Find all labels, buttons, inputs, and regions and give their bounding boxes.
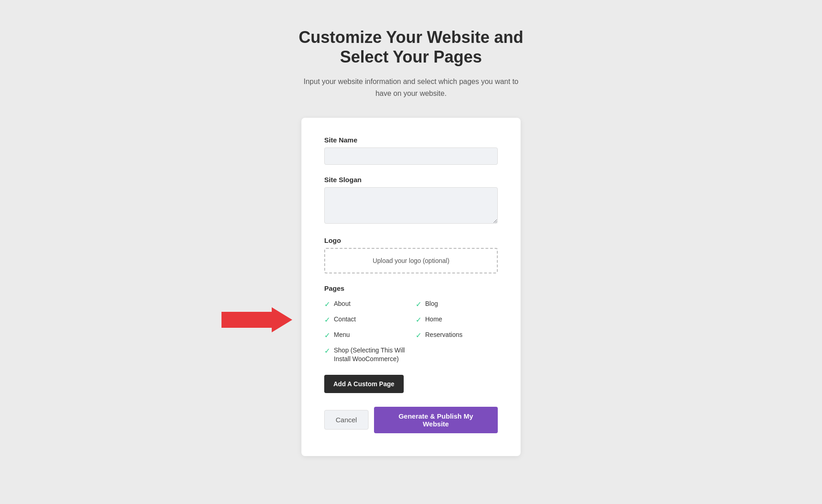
page-item-home[interactable]: ✓ Home: [416, 315, 498, 324]
site-name-label: Site Name: [324, 136, 498, 144]
pages-grid: ✓ About ✓ Contact ✓ Menu ✓ Shop (Selecti…: [324, 299, 498, 364]
page-label-reservations: Reservations: [425, 331, 463, 340]
check-icon-blog: ✓: [416, 300, 422, 309]
form-footer: Cancel Generate & Publish My Website: [324, 407, 498, 433]
page-item-menu[interactable]: ✓ Menu: [324, 331, 406, 340]
logo-upload-area[interactable]: Upload your logo (optional): [324, 248, 498, 273]
check-icon-about: ✓: [324, 300, 330, 309]
annotation-arrow: [221, 307, 292, 334]
page-label-shop: Shop (Selecting This Will Install WooCom…: [334, 346, 406, 364]
page-header: Customize Your Website and Select Your P…: [299, 27, 523, 100]
site-slogan-group: Site Slogan: [324, 176, 498, 226]
logo-label: Logo: [324, 236, 498, 244]
site-name-group: Site Name: [324, 136, 498, 165]
pages-label: Pages: [324, 284, 498, 292]
page-item-blog[interactable]: ✓ Blog: [416, 299, 498, 309]
check-icon-menu: ✓: [324, 331, 330, 340]
page-label-about: About: [334, 299, 351, 309]
site-name-input[interactable]: [324, 147, 498, 165]
check-icon-contact: ✓: [324, 315, 330, 324]
logo-group: Logo Upload your logo (optional): [324, 236, 498, 273]
page-label-menu: Menu: [334, 331, 350, 340]
pages-section: Pages ✓ About ✓ Contact ✓ Menu: [324, 284, 498, 407]
cancel-button[interactable]: Cancel: [324, 410, 369, 430]
page-label-blog: Blog: [425, 299, 438, 309]
page-item-reservations[interactable]: ✓ Reservations: [416, 331, 498, 340]
add-custom-page-button[interactable]: Add A Custom Page: [324, 375, 404, 393]
check-icon-reservations: ✓: [416, 331, 422, 340]
page-item-contact[interactable]: ✓ Contact: [324, 315, 406, 324]
publish-button[interactable]: Generate & Publish My Website: [374, 407, 498, 433]
svg-marker-0: [221, 307, 292, 332]
page-label-contact: Contact: [334, 315, 356, 324]
site-slogan-label: Site Slogan: [324, 176, 498, 184]
form-card: Site Name Site Slogan Logo Upload your l…: [301, 118, 521, 456]
page-subtitle: Input your website information and selec…: [301, 76, 521, 99]
page-item-about[interactable]: ✓ About: [324, 299, 406, 309]
page-title: Customize Your Website and Select Your P…: [299, 27, 523, 67]
page-label-home: Home: [425, 315, 442, 324]
site-slogan-input[interactable]: [324, 187, 498, 224]
check-icon-shop: ✓: [324, 346, 330, 355]
page-item-shop[interactable]: ✓ Shop (Selecting This Will Install WooC…: [324, 346, 406, 364]
check-icon-home: ✓: [416, 315, 422, 324]
